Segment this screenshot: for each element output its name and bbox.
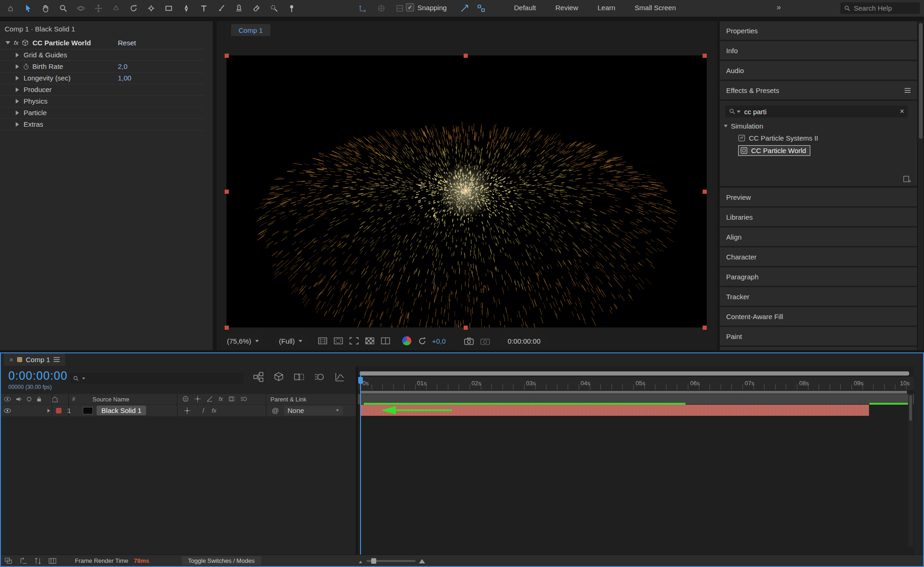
layer-name[interactable]: Black Solid 1 <box>97 406 146 415</box>
parent-pickwhip-icon[interactable]: @ <box>272 407 279 414</box>
transfer-controls-icon[interactable] <box>34 557 42 565</box>
property-value[interactable]: 2,0 <box>118 62 128 70</box>
panel-header-audio[interactable]: Audio <box>720 61 917 80</box>
layer-handle[interactable] <box>703 326 707 330</box>
layer-quality-switch[interactable]: / <box>202 407 204 414</box>
panel-header-character[interactable]: Character <box>720 247 917 266</box>
show-snapshot-icon[interactable] <box>480 337 490 345</box>
panel-menu-icon[interactable] <box>54 357 60 362</box>
mask-visibility-icon[interactable] <box>334 337 343 345</box>
folder-simulation[interactable]: Simulation <box>723 122 763 130</box>
timeline-zoom-slider[interactable] <box>367 560 416 562</box>
layer-handle[interactable] <box>464 54 468 58</box>
panel-header-align[interactable]: Align <box>720 228 917 246</box>
layer-label-color[interactable] <box>56 408 61 413</box>
timeline-tab-close-icon[interactable]: × <box>9 356 13 364</box>
workspace-small-screen[interactable]: Small Screen <box>635 4 676 12</box>
right-scrollbar-thumb[interactable] <box>919 23 923 139</box>
layer-switches-icon[interactable] <box>20 557 28 565</box>
property-row[interactable]: Physics <box>0 95 203 107</box>
stopwatch-icon[interactable] <box>23 63 29 70</box>
layer-handle[interactable] <box>464 326 468 330</box>
reset-exposure-icon[interactable] <box>418 337 427 345</box>
snap-edges-toggle[interactable] <box>458 1 471 15</box>
snapshot-camera-icon[interactable] <box>464 337 474 345</box>
panel-header-libraries[interactable]: Libraries <box>720 208 917 226</box>
column-parent-link[interactable]: Parent & Link <box>270 396 306 403</box>
playhead-handle[interactable] <box>358 377 363 384</box>
layer-collapse-icon[interactable] <box>184 407 190 414</box>
local-axis-mode[interactable] <box>356 1 370 15</box>
panel-header-info[interactable]: Info <box>720 41 917 60</box>
rotation-tool[interactable] <box>127 1 141 15</box>
graph-editor-icon[interactable] <box>335 372 345 382</box>
rectangle-tool[interactable] <box>162 1 176 15</box>
property-row[interactable]: Birth Rate 2,0 <box>0 61 203 73</box>
pen-tool[interactable] <box>179 1 193 15</box>
search-help-field[interactable]: Search Help <box>840 2 920 14</box>
effect-item-cc-particle-world[interactable]: CC Particle World <box>738 145 810 156</box>
channel-wheel-icon[interactable] <box>402 336 411 345</box>
reset-button[interactable]: Reset <box>118 39 136 47</box>
layer-twirl-icon[interactable] <box>48 409 50 413</box>
workspace-learn[interactable]: Learn <box>598 4 615 12</box>
region-of-interest-icon[interactable] <box>349 337 359 345</box>
twirl-down-icon[interactable] <box>6 41 10 44</box>
guides-options-icon[interactable] <box>318 337 327 345</box>
snap-features-toggle[interactable] <box>474 1 488 15</box>
eraser-tool[interactable] <box>250 1 263 15</box>
comp-timecode-field[interactable]: 0:00:00:00 <box>502 335 546 346</box>
property-row[interactable]: Grid & Guides <box>0 49 203 61</box>
playhead-line[interactable] <box>360 371 361 555</box>
current-time-display[interactable]: 0:00:00:00 <box>8 369 67 382</box>
create-preset-icon[interactable] <box>903 176 911 182</box>
layer-handle[interactable] <box>703 190 707 194</box>
pan-behind-tool[interactable] <box>144 1 158 15</box>
effect-header-row[interactable]: fx CC Particle World Reset <box>0 36 203 49</box>
panel-header-brushes[interactable]: Brushes <box>720 347 917 350</box>
dolly-camera-tool[interactable] <box>109 1 123 15</box>
layer-handle[interactable] <box>225 54 229 58</box>
layer-handle[interactable] <box>703 54 707 58</box>
effect-item-cc-particle-systems-ii[interactable]: CC Particle Systems II <box>738 134 818 142</box>
zoom-out-mountain-icon[interactable] <box>357 558 364 564</box>
workspace-default[interactable]: Default <box>514 4 536 12</box>
property-row[interactable]: Extras <box>0 118 203 130</box>
brush-tool[interactable] <box>214 1 228 15</box>
layer-visibility-eye-icon[interactable] <box>4 408 11 413</box>
pan-camera-tool[interactable] <box>92 1 105 15</box>
panel-menu-icon[interactable] <box>905 88 911 93</box>
property-row[interactable]: Longevity (sec) 1,00 <box>0 72 203 84</box>
timeline-scrollbar-track[interactable] <box>908 394 913 547</box>
panel-header-effects-presets[interactable]: Effects & Presets <box>720 81 917 99</box>
exposure-value[interactable]: +0,0 <box>432 337 446 345</box>
frame-blending-icon[interactable] <box>294 372 304 382</box>
parent-dropdown[interactable]: None <box>284 406 343 415</box>
video-switches-icon[interactable] <box>5 557 12 565</box>
panel-header-paint[interactable]: Paint <box>720 327 917 345</box>
resolution-select[interactable]: (Full) <box>275 335 306 346</box>
toggle-switches-modes-button[interactable]: Toggle Switches / Modes <box>182 556 261 565</box>
comp-viewer-tab[interactable]: Comp 1 <box>231 24 270 36</box>
time-navigator[interactable] <box>360 371 909 376</box>
workspace-overflow-button[interactable]: » <box>777 3 781 12</box>
timeline-search-field[interactable] <box>69 373 244 384</box>
clone-stamp-tool[interactable] <box>232 1 246 15</box>
view-axis-mode[interactable] <box>393 1 407 15</box>
transparency-grid-icon[interactable] <box>365 337 374 345</box>
timeline-tab[interactable]: × Comp 1 <box>4 353 65 366</box>
effect-point-marker[interactable] <box>462 187 469 194</box>
view-layout-icon[interactable] <box>381 337 390 345</box>
world-axis-mode[interactable] <box>374 1 388 15</box>
comp-mini-flowchart-icon[interactable] <box>253 372 263 382</box>
property-row[interactable]: Producer <box>0 84 203 96</box>
puppet-pin-tool[interactable] <box>285 1 299 15</box>
layer-fx-switch[interactable]: fx <box>212 407 216 414</box>
motion-blur-icon[interactable] <box>314 372 324 382</box>
layer-row[interactable]: 1 Black Solid 1 / fx @ None <box>0 405 356 416</box>
panel-header-content-aware-fill[interactable]: Content-Aware Fill <box>720 307 917 326</box>
property-value[interactable]: 1,00 <box>118 74 131 82</box>
work-area-bar[interactable] <box>361 391 907 394</box>
panel-header-paragraph[interactable]: Paragraph <box>720 267 917 286</box>
magnification-select[interactable]: (75,6%) <box>223 335 263 346</box>
